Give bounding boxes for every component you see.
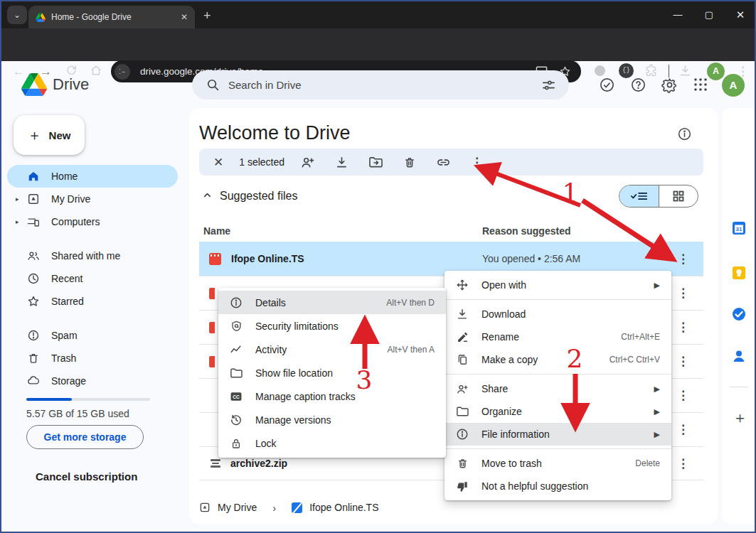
submenu-arrow-icon: ▶ xyxy=(654,430,660,439)
apps-grid-icon[interactable] xyxy=(693,77,708,92)
search-bar[interactable]: Search in Drive xyxy=(192,70,569,99)
toolbar-more-kebab-icon[interactable]: ⋮ xyxy=(471,155,483,170)
menu-item-rename[interactable]: Rename Ctrl+Alt+E xyxy=(444,325,671,348)
submenu-item-activity[interactable]: Activity Alt+V then A xyxy=(218,338,446,361)
menu-item-label: Move to trash xyxy=(481,458,635,469)
site-settings-icon[interactable]: ⁚− xyxy=(115,64,130,80)
browser-tab[interactable]: Home - Google Drive ✕ xyxy=(28,6,195,28)
copy-icon xyxy=(456,353,469,366)
help-icon[interactable] xyxy=(630,77,646,93)
submenu-item-manage-caption-tracks[interactable]: CC Manage caption tracks xyxy=(218,384,446,408)
row-menu-kebab-icon[interactable]: ⋮ xyxy=(677,252,689,266)
tasks-icon[interactable] xyxy=(731,306,747,322)
sidebar-item-storage[interactable]: Storage xyxy=(1,370,183,392)
sidebar-item-my-drive[interactable]: ▸ My Drive xyxy=(1,188,183,210)
row-menu-kebab-icon[interactable]: ⋮ xyxy=(677,388,689,403)
contacts-icon[interactable] xyxy=(731,348,747,364)
sidebar-item-recent[interactable]: Recent xyxy=(1,267,183,290)
submenu-item-details[interactable]: Details Alt+V then D xyxy=(218,291,446,314)
my-drive-icon xyxy=(199,502,211,513)
submenu-item-security-limitations[interactable]: Security limitations xyxy=(218,314,446,338)
window-maximize-button[interactable]: ▢ xyxy=(693,1,725,28)
window-close-button[interactable]: ✕ xyxy=(725,1,756,28)
row-menu-kebab-icon[interactable]: ⋮ xyxy=(677,320,689,335)
submenu-item-manage-versions[interactable]: Manage versions xyxy=(218,408,446,431)
my-drive-icon xyxy=(27,193,40,205)
organize-folder-icon xyxy=(456,405,469,418)
offline-status-icon[interactable] xyxy=(599,77,615,93)
sidebar-item-spam[interactable]: Spam xyxy=(1,324,183,347)
file-name[interactable]: archive2.zip xyxy=(230,458,287,469)
settings-gear-icon[interactable] xyxy=(661,77,678,93)
tab-close-icon[interactable]: ✕ xyxy=(181,12,188,22)
new-button[interactable]: ＋ New xyxy=(14,115,85,155)
download-icon[interactable] xyxy=(335,156,348,169)
menu-item-move-to-trash[interactable]: Move to trash Delete xyxy=(444,452,671,475)
menu-item-organize[interactable]: Organize ▶ xyxy=(444,400,671,423)
row-menu-kebab-icon[interactable]: ⋮ xyxy=(677,354,689,369)
reload-icon[interactable] xyxy=(65,64,78,76)
open-with-icon xyxy=(456,279,469,291)
tab-search-button[interactable]: ⌄ xyxy=(7,6,27,24)
menu-item-not-helpful[interactable]: Not a helpful suggestion xyxy=(444,475,671,497)
file-name[interactable]: Ifope Online.TS xyxy=(231,253,304,264)
menu-item-label: Organize xyxy=(481,406,647,417)
cancel-subscription-link[interactable]: Cancel subscription xyxy=(36,470,137,483)
account-avatar[interactable]: A xyxy=(722,74,745,97)
search-placeholder[interactable]: Search in Drive xyxy=(228,79,541,91)
column-reason[interactable]: Reason suggested xyxy=(482,225,570,237)
breadcrumb-file[interactable]: Ifope Online.TS xyxy=(309,502,378,513)
window-minimize-button[interactable]: — xyxy=(662,1,693,28)
new-tab-button[interactable]: + xyxy=(203,9,211,23)
column-name[interactable]: Name xyxy=(203,225,230,237)
collapse-section-icon[interactable] xyxy=(203,190,212,200)
menu-item-make-a-copy[interactable]: Make a copy Ctrl+C Ctrl+V xyxy=(444,348,671,371)
sidebar-item-home[interactable]: Home xyxy=(7,165,178,188)
downloads-icon[interactable] xyxy=(678,64,692,77)
grid-view-button[interactable] xyxy=(659,185,698,207)
copy-link-icon[interactable] xyxy=(436,156,451,169)
move-to-folder-icon[interactable] xyxy=(368,156,383,168)
row-menu-kebab-icon[interactable]: ⋮ xyxy=(677,286,689,301)
panel-add-icon[interactable]: ＋ xyxy=(733,408,747,428)
breadcrumb-root[interactable]: My Drive xyxy=(218,502,257,513)
menu-item-file-information[interactable]: File information ▶ xyxy=(444,423,671,446)
page-info-icon[interactable] xyxy=(677,126,692,141)
search-filters-icon[interactable] xyxy=(541,79,556,92)
menu-item-open-with[interactable]: Open with ▶ xyxy=(444,274,671,296)
menu-item-download[interactable]: Download xyxy=(444,303,671,325)
expand-arrow-icon[interactable]: ▸ xyxy=(16,195,19,203)
clear-selection-icon[interactable]: ✕ xyxy=(213,155,223,170)
share-add-person-icon[interactable] xyxy=(300,156,315,169)
submenu-item-show-file-location[interactable]: Show file location xyxy=(218,361,446,384)
menu-shortcut: Ctrl+Alt+E xyxy=(621,332,660,342)
extension-brace-icon[interactable]: {} xyxy=(619,63,634,78)
sidebar-item-shared-with-me[interactable]: Shared with me xyxy=(1,244,183,267)
sidebar-item-label: Recent xyxy=(51,273,82,284)
browser-profile-avatar[interactable]: A xyxy=(707,63,725,80)
calendar-icon[interactable]: 31 xyxy=(731,220,747,236)
browser-home-icon[interactable] xyxy=(90,64,102,77)
menu-divider xyxy=(444,374,671,375)
list-view-button[interactable] xyxy=(619,185,659,207)
extensions-puzzle-icon[interactable] xyxy=(644,64,658,77)
sidebar-item-computers[interactable]: ▸ Computers xyxy=(1,210,183,233)
page-title: Welcome to Drive xyxy=(199,122,351,144)
menu-shortcut: Alt+V then A xyxy=(388,345,435,355)
sidebar-item-label: My Drive xyxy=(51,193,90,205)
expand-arrow-icon[interactable]: ▸ xyxy=(16,218,19,225)
breadcrumb: My Drive › Ifope Online.TS xyxy=(199,493,379,522)
row-menu-kebab-icon[interactable]: ⋮ xyxy=(677,422,689,437)
menu-item-label: Details xyxy=(255,297,386,308)
sidebar-item-trash[interactable]: Trash xyxy=(1,347,183,370)
submenu-item-lock[interactable]: Lock xyxy=(218,431,446,455)
trash-icon[interactable] xyxy=(403,156,416,169)
video-file-icon xyxy=(209,356,215,367)
selection-toolbar: ✕ 1 selected ⋮ xyxy=(199,149,703,176)
status-circle-icon[interactable] xyxy=(595,65,605,76)
sidebar-item-starred[interactable]: Starred xyxy=(1,290,183,313)
get-more-storage-button[interactable]: Get more storage xyxy=(26,425,144,449)
menu-item-share[interactable]: Share ▶ xyxy=(444,377,671,400)
keep-icon[interactable] xyxy=(731,265,747,281)
row-menu-kebab-icon[interactable]: ⋮ xyxy=(677,456,689,471)
